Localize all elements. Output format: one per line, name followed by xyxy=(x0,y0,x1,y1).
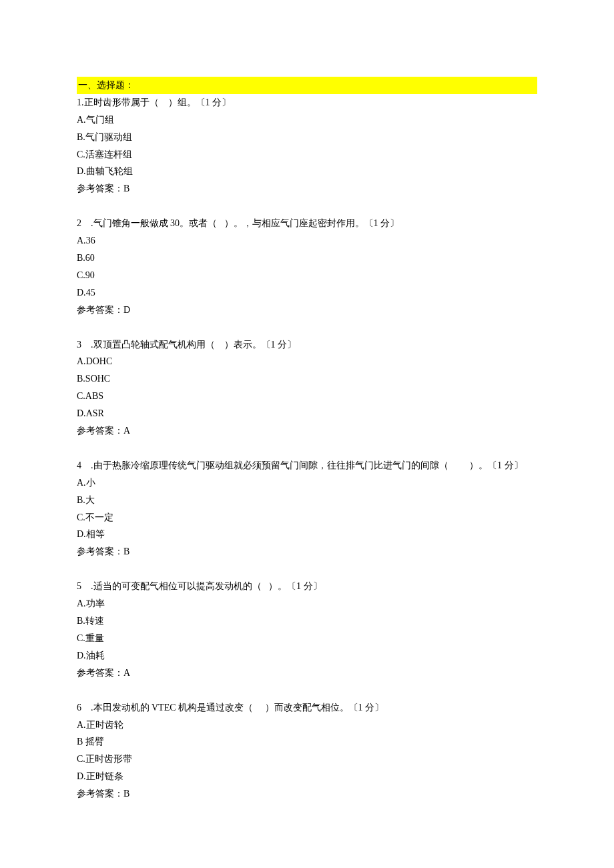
option-label: C. xyxy=(77,149,85,159)
question-blank xyxy=(448,460,470,470)
question-text-post: ）。〔1 分〕 xyxy=(268,581,322,591)
option-text: 45 xyxy=(86,288,95,298)
option-label: A. xyxy=(77,720,86,730)
question-block: 2 .气门锥角一般做成 30。或者（ ）。，与相应气门座起密封作用。〔1 分〕A… xyxy=(77,215,537,318)
question-option: A.正时齿轮 xyxy=(77,717,537,734)
answer-value: B xyxy=(123,789,129,799)
option-text: 相等 xyxy=(86,529,105,539)
option-text: 油耗 xyxy=(86,650,105,661)
question-option: C.活塞连杆组 xyxy=(77,146,537,163)
option-label: B. xyxy=(77,253,85,263)
option-label: C. xyxy=(77,391,85,401)
answer-value: A xyxy=(123,426,130,436)
question-option: D.ASR xyxy=(77,405,537,422)
question-text-post: ）表示。〔1 分〕 xyxy=(224,340,297,350)
option-label: A. xyxy=(77,236,86,246)
question-number: 2 . xyxy=(77,218,93,228)
answer-value: D xyxy=(123,305,130,315)
option-label: B. xyxy=(77,374,85,384)
question-blank xyxy=(253,703,265,713)
question-text-post: ）组。〔1 分〕 xyxy=(168,97,232,107)
question-stem: 6 .本田发动机的 VTEC 机构是通过改变（ ）而改变配气相位。〔1 分〕 xyxy=(77,699,537,717)
question-text-pre: 由于热胀冷缩原理传统气门驱动组就必须预留气门间隙，往往排气门比进气门的间隙（ xyxy=(93,460,448,470)
reference-answer: 参考答案：A xyxy=(77,665,537,682)
option-text: ASR xyxy=(86,408,104,418)
option-text: 摇臂 xyxy=(85,737,104,747)
question-option: C.ABS xyxy=(77,388,537,405)
answer-label: 参考答案： xyxy=(77,546,123,556)
question-number: 5 . xyxy=(77,581,93,591)
option-label: B. xyxy=(77,495,85,505)
question-block: 4 .由于热胀冷缩原理传统气门驱动组就必须预留气门间隙，往往排气门比进气门的间隙… xyxy=(77,457,537,560)
option-text: SOHC xyxy=(85,374,110,384)
question-option: D.正时链条 xyxy=(77,768,537,785)
question-text-pre: 双顶置凸轮轴式配气机构用（ xyxy=(93,340,215,350)
option-label: C. xyxy=(77,270,85,280)
option-text: 正时齿形带 xyxy=(85,754,132,764)
question-option: A.功率 xyxy=(77,595,537,612)
question-number: 6 . xyxy=(77,703,93,713)
option-label: A. xyxy=(77,598,86,608)
answer-value: B xyxy=(123,546,129,556)
questions-container: 1.正时齿形带属于（ ）组。〔1 分〕A.气门组B.气门驱动组C.活塞连杆组D.… xyxy=(77,94,537,803)
option-text: DOHC xyxy=(86,356,113,366)
question-stem: 4 .由于热胀冷缩原理传统气门驱动组就必须预留气门间隙，往往排气门比进气门的间隙… xyxy=(77,457,537,474)
option-text: 活塞连杆组 xyxy=(85,149,132,159)
question-stem: 5 .适当的可变配气相位可以提高发动机的（ ）。〔1 分〕 xyxy=(77,578,537,595)
question-option: A.DOHC xyxy=(77,353,537,370)
answer-label: 参考答案： xyxy=(77,305,123,315)
question-option: B.60 xyxy=(77,250,537,267)
answer-label: 参考答案： xyxy=(77,426,123,436)
question-option: B.SOHC xyxy=(77,370,537,388)
question-option: C.正时齿形带 xyxy=(77,751,537,768)
reference-answer: 参考答案：B xyxy=(77,180,537,197)
reference-answer: 参考答案：B xyxy=(77,785,537,803)
option-label: C. xyxy=(77,754,85,764)
question-block: 1.正时齿形带属于（ ）组。〔1 分〕A.气门组B.气门驱动组C.活塞连杆组D.… xyxy=(77,94,537,197)
section-header: 一、选择题： xyxy=(77,77,537,94)
option-label: A. xyxy=(77,115,86,125)
option-label: D. xyxy=(77,771,86,781)
question-block: 5 .适当的可变配气相位可以提高发动机的（ ）。〔1 分〕A.功率B.转速C.重… xyxy=(77,578,537,681)
question-blank xyxy=(262,581,269,591)
option-text: 正时链条 xyxy=(86,771,123,781)
question-text-post: ）。〔1 分〕 xyxy=(469,460,523,470)
option-label: D. xyxy=(77,650,86,661)
option-text: 90 xyxy=(85,270,95,280)
question-stem: 2 .气门锥角一般做成 30。或者（ ）。，与相应气门座起密封作用。〔1 分〕 xyxy=(77,215,537,232)
question-option: A.气门组 xyxy=(77,111,537,129)
question-stem: 1.正时齿形带属于（ ）组。〔1 分〕 xyxy=(77,94,537,111)
option-text: 36 xyxy=(86,236,95,246)
answer-label: 参考答案： xyxy=(77,789,123,799)
option-label: D. xyxy=(77,166,86,176)
option-label: A. xyxy=(77,356,86,366)
reference-answer: 参考答案：D xyxy=(77,302,537,319)
question-block: 6 .本田发动机的 VTEC 机构是通过改变（ ）而改变配气相位。〔1 分〕A.… xyxy=(77,699,537,803)
option-text: 气门驱动组 xyxy=(85,132,132,142)
question-option: A.小 xyxy=(77,474,537,492)
question-number: 1. xyxy=(77,97,84,107)
question-number: 4 . xyxy=(77,460,93,470)
question-blank xyxy=(217,218,224,228)
question-option: B.大 xyxy=(77,492,537,509)
option-label: C. xyxy=(77,512,85,522)
question-text-pre: 正时齿形带属于（ xyxy=(84,97,159,107)
option-label: D. xyxy=(77,529,86,539)
question-option: D.相等 xyxy=(77,526,537,543)
question-option: C.重量 xyxy=(77,630,537,647)
reference-answer: 参考答案：B xyxy=(77,543,537,560)
question-option: D.45 xyxy=(77,284,537,302)
question-option: B 摇臂 xyxy=(77,733,537,751)
question-text-post: ）。，与相应气门座起密封作用。〔1 分〕 xyxy=(224,218,400,228)
option-text: 气门组 xyxy=(86,115,114,125)
option-label: C. xyxy=(77,633,85,643)
question-option: B.气门驱动组 xyxy=(77,129,537,146)
question-stem: 3 .双顶置凸轮轴式配气机构用（ ）表示。〔1 分〕 xyxy=(77,336,537,354)
question-text-pre: 适当的可变配气相位可以提高发动机的（ xyxy=(93,581,262,591)
question-option: D.曲轴飞轮组 xyxy=(77,163,537,180)
answer-label: 参考答案： xyxy=(77,183,123,193)
answer-label: 参考答案： xyxy=(77,668,123,678)
option-text: 小 xyxy=(86,478,95,488)
answer-value: B xyxy=(123,183,129,193)
option-label: D. xyxy=(77,288,86,298)
